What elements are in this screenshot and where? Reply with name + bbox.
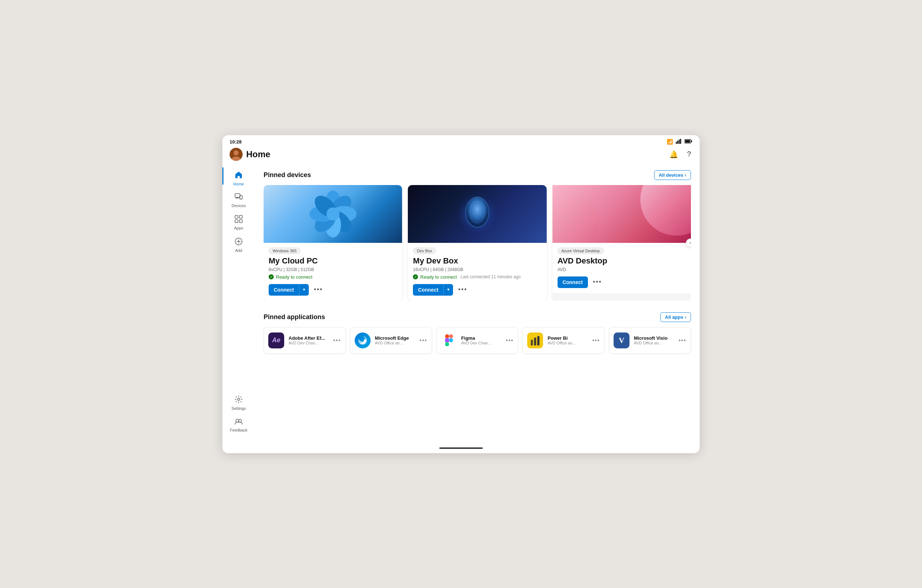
- page-title: Home: [246, 149, 270, 159]
- sidebar-item-settings[interactable]: Settings: [222, 392, 255, 414]
- sidebar-devices-label: Devices: [231, 204, 245, 208]
- devices-section-title: Pinned devices: [263, 171, 311, 179]
- sidebar-home-label: Home: [233, 182, 244, 186]
- cloud-pc-status: Ready to connect: [269, 274, 397, 280]
- dev-box-name: My Dev Box: [413, 256, 541, 266]
- svg-rect-3: [680, 139, 681, 144]
- app-card-figma: Figma AVD Dev Chan... •••: [436, 327, 518, 354]
- apps-grid: Ae Adobe After Ef... AVD Dev Chan... •••: [263, 327, 691, 354]
- settings-icon: [235, 395, 243, 405]
- powerbi-more-button[interactable]: •••: [592, 337, 600, 344]
- dev-box-status-text: Ready to connect: [420, 274, 457, 280]
- dev-box-type-badge: Dev Box: [413, 248, 436, 254]
- device-cards-container: Windows 365 My Cloud PC 8vCPU | 32GB | 5…: [263, 185, 691, 301]
- svg-rect-2: [678, 139, 680, 144]
- dev-box-body: Dev Box My Dev Box 16vCPU | 64GB | 2048G…: [408, 243, 546, 301]
- visio-icon: V: [614, 333, 629, 348]
- sidebar-item-apps[interactable]: Apps: [222, 211, 255, 234]
- svg-rect-42: [537, 336, 539, 346]
- edge-sub: AVD Office an...: [375, 341, 415, 345]
- apps-section-title: Pinned applications: [263, 314, 325, 321]
- avd-thumbnail: [553, 185, 691, 243]
- powerbi-info: Power Bi AVD Office an...: [548, 335, 588, 345]
- cloud-pc-status-dot: [269, 274, 274, 279]
- avatar: [230, 148, 243, 161]
- svg-rect-36: [445, 338, 449, 342]
- home-icon: [235, 171, 243, 180]
- powerbi-sub: AVD Office an...: [548, 341, 588, 345]
- visio-sub: AVD Office an...: [634, 341, 674, 345]
- svg-rect-1: [677, 140, 678, 144]
- svg-rect-40: [531, 340, 533, 346]
- figma-info: Figma AVD Dev Chan...: [461, 335, 502, 345]
- svg-point-37: [449, 338, 453, 342]
- app-card-powerbi: Power Bi AVD Office an... •••: [523, 327, 605, 354]
- avd-name: AVD Desktop: [557, 256, 686, 266]
- sidebar-settings-label: Settings: [231, 406, 246, 410]
- edge-name: Microsoft Edge: [375, 335, 415, 341]
- after-effects-more-button[interactable]: •••: [333, 337, 341, 344]
- connect-dropdown-arrow[interactable]: ▾: [299, 284, 309, 295]
- wifi-icon: 📶: [667, 139, 673, 145]
- visio-name: Microsoft Visio: [634, 335, 674, 341]
- sidebar-add-label: Add: [235, 248, 242, 253]
- dev-box-connect-button[interactable]: Connect ▾: [413, 284, 453, 296]
- home-indicator: [439, 448, 483, 449]
- sidebar-bottom: Settings Feedback: [222, 392, 255, 442]
- svg-rect-35: [449, 334, 453, 338]
- cloud-pc-actions: Connect ▾ •••: [269, 284, 397, 296]
- svg-rect-5: [692, 140, 692, 142]
- cloud-pc-connect-button[interactable]: Connect ▾: [269, 284, 309, 296]
- after-effects-name: Adobe After Ef...: [289, 335, 329, 341]
- cloud-pc-name: My Cloud PC: [269, 256, 397, 266]
- status-bar: 10:28 📶: [222, 135, 700, 146]
- dev-box-status-dot: [413, 274, 418, 279]
- dev-box-specs: 16vCPU | 64GB | 2048GB: [413, 267, 541, 272]
- svg-rect-41: [534, 338, 536, 346]
- powerbi-icon: [527, 333, 543, 348]
- figma-name: Figma: [461, 335, 502, 341]
- avd-connect-button[interactable]: Connect: [557, 276, 588, 288]
- all-devices-button[interactable]: All devices ›: [654, 170, 691, 180]
- svg-rect-14: [239, 216, 242, 218]
- apps-chevron-right-icon: ›: [685, 314, 686, 320]
- device-card-cloud-pc: Windows 365 My Cloud PC 8vCPU | 32GB | 5…: [263, 185, 402, 301]
- add-icon: [235, 237, 243, 247]
- help-button[interactable]: ?: [685, 149, 692, 160]
- svg-rect-10: [235, 194, 240, 197]
- all-apps-button[interactable]: All apps ›: [660, 312, 691, 322]
- notification-button[interactable]: 🔔: [668, 149, 680, 160]
- visio-more-button[interactable]: •••: [678, 337, 686, 344]
- figma-more-button[interactable]: •••: [506, 337, 513, 344]
- after-effects-info: Adobe After Ef... AVD Dev Chan...: [289, 335, 329, 345]
- main-layout: Home Devices: [222, 165, 700, 444]
- app-card-after-effects: Ae Adobe After Ef... AVD Dev Chan... •••: [263, 327, 346, 354]
- dev-box-actions: Connect ▾ •••: [413, 284, 541, 296]
- chevron-right-icon: ›: [685, 172, 686, 178]
- apps-icon: [235, 215, 243, 224]
- status-icons: 📶: [667, 139, 692, 145]
- cloud-pc-body: Windows 365 My Cloud PC 8vCPU | 32GB | 5…: [263, 243, 402, 301]
- svg-rect-0: [676, 142, 677, 144]
- svg-point-20: [239, 419, 242, 422]
- sidebar-apps-label: Apps: [234, 226, 243, 230]
- sidebar-item-devices[interactable]: Devices: [222, 190, 255, 211]
- svg-point-8: [234, 150, 239, 155]
- svg-point-33: [355, 333, 371, 348]
- cloud-pc-more-button[interactable]: •••: [312, 284, 325, 295]
- battery-icon: [685, 139, 692, 145]
- bottom-bar: [222, 444, 700, 453]
- devices-icon: [235, 193, 243, 202]
- svg-point-12: [241, 198, 242, 199]
- dev-box-dropdown-arrow[interactable]: ▾: [443, 284, 453, 295]
- sidebar-item-home[interactable]: Home: [222, 167, 255, 190]
- edge-icon: [355, 333, 371, 348]
- dev-box-more-button[interactable]: •••: [456, 284, 469, 295]
- edge-more-button[interactable]: •••: [419, 337, 427, 344]
- sidebar-item-feedback[interactable]: Feedback: [222, 414, 255, 436]
- header: Home 🔔 ?: [222, 146, 700, 165]
- svg-rect-34: [445, 334, 449, 338]
- avd-more-button[interactable]: •••: [591, 277, 604, 287]
- sidebar-item-add[interactable]: Add: [222, 234, 255, 256]
- devices-section-header: Pinned devices All devices ›: [263, 170, 691, 180]
